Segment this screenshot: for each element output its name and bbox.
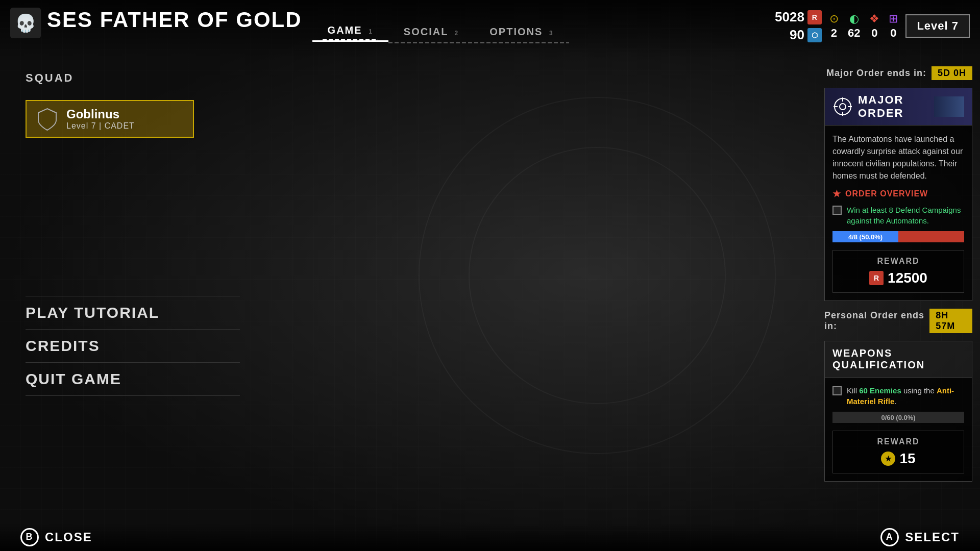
supersamples-icon: ⊞ [889,12,898,26]
order-task: Win at least 8 Defend Campaigns against … [832,205,964,226]
left-panel: SQUAD Goblinus Level 7 | CADET PLAY TUTO… [0,61,265,520]
personal-order-body: Kill 60 Enemies using the Anti-Materiel … [825,378,972,481]
blue-amount: 90 [790,27,804,43]
task-pre: Kill [847,386,859,395]
major-order-timer: Major Order ends in: 5D 0H [824,66,972,80]
major-order-thumbnail [934,96,964,117]
tab-underline-2 [474,42,569,43]
major-order-body: The Automatons have launched a cowardly … [825,126,972,300]
icon-requisition: ◐ 62 [848,12,860,40]
major-reward-section: REWARD R 12500 [832,250,964,293]
supersamples-val: 0 [890,27,896,40]
personal-timer-label: Personal Order ends in: [824,310,924,332]
medals-icon: ⊙ [829,12,839,26]
progress-remaining [898,231,964,242]
medal-icon: ★ [881,452,895,466]
ship-name: SES Father of Gold [47,9,302,31]
personal-reward-section: REWARD ★ 15 [832,431,964,473]
menu-items: PLAY TUTORIAL CREDITS QUIT GAME [26,296,240,396]
task-highlight1: 60 Enemies [859,386,901,395]
major-order-card: MAJOR ORDER The Automatons have launched… [824,88,972,301]
level-badge: Level 7 [905,14,970,38]
personal-order-timer: Personal Order ends in: 8H 57M [824,309,972,333]
squad-member-name: Goblinus [66,107,135,121]
squad-label: SQUAD [26,71,240,85]
order-overview-title: ★ ORDER OVERVIEW [832,188,964,199]
personal-reward-value: ★ 15 [839,450,958,467]
right-panel: Major Order ends in: 5D 0H MAJOR ORDER [817,61,980,520]
tab-active-indicator [323,39,378,40]
menu-item-quit[interactable]: QUIT GAME [26,363,240,396]
tab-game[interactable]: GAME 1 [312,20,388,42]
crosshair-icon [832,96,853,117]
blue-currency-row: 90 ⬡ [790,27,822,43]
task-text: Win at least 8 Defend Campaigns against … [847,205,964,226]
currency-block: 5028 R 90 ⬡ [775,9,822,43]
major-reward-icon: R [869,271,884,285]
personal-task: Kill 60 Enemies using the Anti-Materiel … [832,385,964,407]
squad-info: Goblinus Level 7 | CADET [66,107,135,131]
personal-reward-amount: 15 [899,450,915,467]
major-reward-value: R 12500 [839,270,958,286]
icon-supersamples: ⊞ 0 [889,12,898,40]
task-mid: using the [901,386,937,395]
req-icon: R [807,10,822,24]
svg-point-3 [840,104,846,110]
squad-member-card[interactable]: Goblinus Level 7 | CADET [26,100,194,138]
personal-timer-badge: 8H 57M [929,309,972,333]
svg-text:💀: 💀 [15,13,37,34]
task-end: . [894,397,896,406]
skull-icon: 💀 [10,8,41,38]
major-timer-badge: 5D 0H [932,66,972,80]
major-timer-label: Major Order ends in: [826,68,926,79]
major-reward-amount: 12500 [888,270,927,286]
req-amount: 5028 [775,9,804,25]
warbond-val: 0 [871,27,877,40]
major-order-desc: The Automatons have launched a cowardly … [832,133,964,182]
personal-order-header: WEAPONS QUALIFICATION [825,341,972,378]
icon-warbond: ❖ 0 [869,12,879,40]
squad-member-level: Level 7 | CADET [66,121,135,131]
medals-val: 2 [831,27,837,40]
progress-fill: 4/8 (50.0%) [832,231,898,242]
icon-medals: ⊙ 2 [829,12,839,40]
personal-order-card: WEAPONS QUALIFICATION Kill 60 Enemies us… [824,341,972,482]
bottom-bar: B CLOSE A SELECT [0,523,980,551]
menu-item-tutorial[interactable]: PLAY TUTORIAL [26,296,240,330]
major-order-progress: 4/8 (50.0%) [832,231,964,242]
warbond-icon: ❖ [869,12,879,26]
tab-social[interactable]: SOCIAL 2 [388,22,474,42]
close-btn-icon: B [20,528,39,546]
top-bar: 💀 SES Father of Gold GAME 1 SOCIAL 2 OPT… [0,0,980,59]
task-checkbox [832,206,842,215]
squad-shield-icon [36,108,59,131]
personal-reward-label: REWARD [839,437,958,446]
select-btn-icon: A [880,528,899,546]
req2-icon: ◐ [849,12,859,26]
personal-order-progress: 0/60 (0.0%) [832,412,964,423]
personal-order-title: WEAPONS QUALIFICATION [832,347,964,371]
personal-progress-text: 0/60 (0.0%) [881,414,915,421]
select-label: SELECT [905,530,960,544]
nav-tabs: GAME 1 SOCIAL 2 OPTIONS 3 [312,20,775,42]
blue-icon: ⬡ [807,28,822,42]
tab-options[interactable]: OPTIONS 3 [474,22,569,42]
major-reward-label: REWARD [839,257,958,266]
req2-val: 62 [848,27,860,40]
personal-task-checkbox [832,386,842,395]
major-order-title: MAJOR ORDER [858,93,929,120]
star-icon: ★ [832,188,841,199]
main-content: SQUAD Goblinus Level 7 | CADET PLAY TUTO… [0,61,980,520]
tab-underline [388,42,474,43]
req-currency-row: 5028 R [775,9,822,25]
top-right-hud: 5028 R 90 ⬡ ⊙ 2 ◐ 62 ❖ 0 ⊞ 0 [775,9,970,43]
close-label: CLOSE [45,530,92,544]
resource-icons: ⊙ 2 ◐ 62 ❖ 0 ⊞ 0 [829,12,898,40]
major-order-header: MAJOR ORDER [825,88,972,126]
close-button[interactable]: B CLOSE [20,528,92,546]
personal-task-text: Kill 60 Enemies using the Anti-Materiel … [847,385,964,407]
menu-item-credits[interactable]: CREDITS [26,330,240,363]
select-button[interactable]: A SELECT [880,528,960,546]
